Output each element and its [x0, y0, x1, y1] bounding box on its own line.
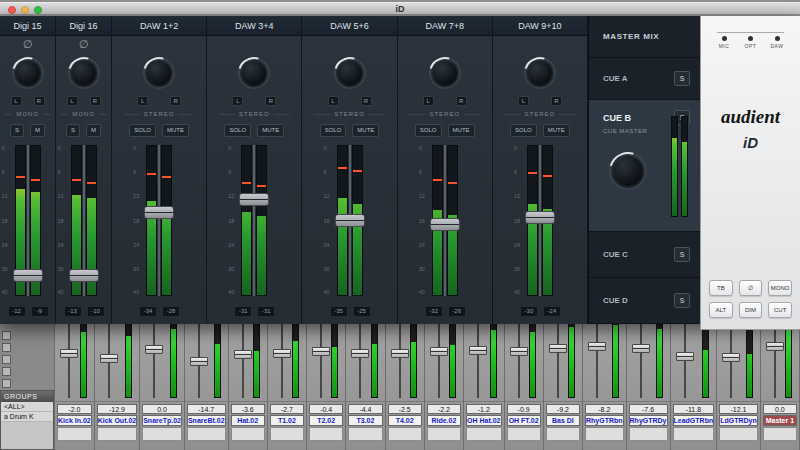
mute-button[interactable]: MUTE — [162, 124, 189, 137]
pt-track-name[interactable]: T1.02 — [270, 415, 304, 426]
pt-volume-value[interactable]: -14.7 — [187, 404, 226, 414]
pan-knob[interactable] — [238, 57, 270, 89]
track-chip[interactable] — [2, 355, 11, 364]
pt-track-name[interactable]: OH Hat.02 — [466, 415, 501, 426]
polarity-button[interactable]: ∅ — [23, 39, 33, 50]
mute-button[interactable]: M — [30, 124, 45, 137]
track-chip[interactable] — [2, 331, 11, 340]
pt-fader-handle[interactable] — [273, 349, 291, 358]
pt-track-name[interactable]: SnareBt.02 — [187, 415, 226, 426]
group-item[interactable]: <ALL> — [1, 402, 53, 412]
pan-knob[interactable] — [12, 57, 44, 89]
pt-track-name[interactable]: LeadGTRbn — [673, 415, 715, 426]
mono-button[interactable]: MONO — [768, 280, 792, 296]
fader-handle[interactable] — [13, 269, 43, 282]
alt-speaker-button[interactable]: ALT — [709, 302, 733, 318]
pt-track-name[interactable]: Kick Out.02 — [97, 415, 138, 426]
pt-comment-box[interactable] — [629, 427, 668, 441]
close-button[interactable] — [8, 6, 16, 14]
sidebar-item-cue[interactable]: CUE C S — [589, 232, 700, 278]
pt-comment-box[interactable] — [270, 427, 304, 441]
pt-volume-value[interactable]: -3.6 — [231, 404, 265, 414]
solo-button[interactable]: S — [66, 124, 80, 137]
dim-button[interactable]: DIM — [739, 302, 763, 318]
pt-comment-box[interactable] — [231, 427, 265, 441]
sidebar-item-cue-selected[interactable]: CUE B S CUE MASTER — [589, 100, 700, 232]
pt-fader-handle[interactable] — [549, 344, 567, 353]
pt-volume-value[interactable]: -0.4 — [309, 404, 343, 414]
pt-fader-handle[interactable] — [430, 347, 448, 356]
pt-track-name[interactable]: RhyGTRDy — [629, 415, 668, 426]
pan-knob[interactable] — [524, 57, 556, 89]
fader-handle[interactable] — [69, 269, 99, 282]
mute-button[interactable]: MUTE — [257, 124, 284, 137]
pt-comment-box[interactable] — [673, 427, 715, 441]
pt-comment-box[interactable] — [719, 427, 758, 441]
pt-track-name[interactable]: Kick In.02 — [57, 415, 92, 426]
pt-fader-handle[interactable] — [588, 342, 606, 351]
pt-fader-handle[interactable] — [632, 344, 650, 353]
fader-handle[interactable] — [144, 206, 174, 219]
cue-solo-button[interactable]: S — [674, 247, 690, 262]
solo-button[interactable]: S — [10, 124, 24, 137]
pt-fader-handle[interactable] — [766, 342, 784, 351]
pt-volume-value[interactable]: -9.2 — [546, 404, 580, 414]
pt-comment-box[interactable] — [763, 427, 797, 441]
pt-track-name[interactable]: Ride.02 — [427, 415, 461, 426]
pt-track-name[interactable]: RhyGTRbn — [585, 415, 624, 426]
pan-knob[interactable] — [429, 57, 461, 89]
sidebar-item-cue[interactable]: CUE D S — [589, 278, 700, 324]
pt-comment-box[interactable] — [546, 427, 580, 441]
pt-fader-handle[interactable] — [234, 350, 252, 359]
cut-button[interactable]: CUT — [768, 302, 792, 318]
fader-handle[interactable] — [525, 211, 555, 224]
pt-track-name[interactable]: T3.02 — [348, 415, 382, 426]
minimize-button[interactable] — [21, 6, 29, 14]
pt-track-name[interactable]: T4.02 — [388, 415, 422, 426]
mute-button[interactable]: MUTE — [543, 124, 570, 137]
pt-track-name[interactable]: Bas DI — [546, 415, 580, 426]
pt-fader-handle[interactable] — [469, 346, 487, 355]
pt-track-name[interactable]: OH FT.02 — [507, 415, 541, 426]
pt-volume-value[interactable]: -7.6 — [629, 404, 668, 414]
zoom-button[interactable] — [34, 6, 42, 14]
solo-button[interactable]: SOLO — [129, 124, 156, 137]
pt-volume-value[interactable]: 0.0 — [763, 404, 797, 414]
pt-comment-box[interactable] — [309, 427, 343, 441]
pt-comment-box[interactable] — [142, 427, 182, 441]
fader-handle[interactable] — [239, 193, 269, 206]
mute-button[interactable]: MUTE — [448, 124, 475, 137]
pt-volume-value[interactable]: -12.9 — [97, 404, 138, 414]
pan-knob[interactable] — [68, 57, 100, 89]
pt-comment-box[interactable] — [507, 427, 541, 441]
cue-solo-button[interactable]: S — [674, 71, 690, 86]
pt-comment-box[interactable] — [187, 427, 226, 441]
pt-fader-handle[interactable] — [145, 345, 163, 354]
polarity-button[interactable]: ∅ — [79, 39, 89, 50]
pt-fader-handle[interactable] — [722, 353, 740, 362]
pt-volume-value[interactable]: -2.7 — [270, 404, 304, 414]
pt-volume-value[interactable]: -12.1 — [719, 404, 758, 414]
pt-track-name[interactable]: LdGTRDyn — [719, 415, 758, 426]
track-chip[interactable] — [2, 379, 11, 388]
pt-comment-box[interactable] — [348, 427, 382, 441]
pt-comment-box[interactable] — [585, 427, 624, 441]
solo-button[interactable]: SOLO — [320, 124, 347, 137]
pt-comment-box[interactable] — [57, 427, 92, 441]
cue-solo-button[interactable]: S — [674, 293, 690, 308]
solo-button[interactable]: SOLO — [415, 124, 442, 137]
pt-fader-handle[interactable] — [100, 354, 118, 363]
track-chip[interactable] — [2, 367, 11, 376]
pt-fader-handle[interactable] — [391, 349, 409, 358]
pt-volume-value[interactable]: -0.9 — [507, 404, 541, 414]
pt-track-name[interactable]: Master 1 — [763, 415, 797, 426]
pt-volume-value[interactable]: -8.2 — [585, 404, 624, 414]
pt-comment-box[interactable] — [466, 427, 501, 441]
group-item[interactable]: a Drum K — [1, 412, 53, 422]
solo-button[interactable]: SOLO — [224, 124, 251, 137]
pt-track-name[interactable]: T2.02 — [309, 415, 343, 426]
pt-volume-value[interactable]: -4.4 — [348, 404, 382, 414]
pt-volume-value[interactable]: -1.2 — [466, 404, 501, 414]
mute-button[interactable]: M — [86, 124, 101, 137]
fader-handle[interactable] — [335, 214, 365, 227]
